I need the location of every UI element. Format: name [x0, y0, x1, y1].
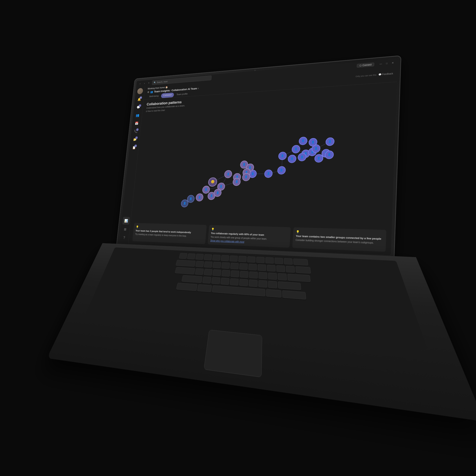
sidebar-item-calls[interactable]: 📞 2: [132, 128, 139, 135]
key[interactable]: [249, 272, 258, 279]
key[interactable]: [221, 278, 229, 285]
key[interactable]: [268, 281, 277, 289]
key[interactable]: [213, 262, 221, 268]
key[interactable]: [268, 272, 277, 280]
key[interactable]: [278, 282, 301, 290]
back-button[interactable]: ‹: [138, 82, 142, 86]
key[interactable]: [284, 258, 292, 265]
key[interactable]: [187, 253, 196, 259]
node-label: 👤: [280, 169, 283, 172]
key[interactable]: [204, 254, 212, 260]
key[interactable]: [204, 261, 213, 268]
key[interactable]: [278, 273, 287, 281]
sidebar-bottom: ⊞ ?: [120, 225, 129, 242]
close-button[interactable]: ✕: [391, 61, 395, 65]
key[interactable]: [265, 257, 274, 264]
key[interactable]: [230, 278, 239, 286]
tab-cohesion[interactable]: Cohesion: [161, 92, 174, 98]
minimize-button[interactable]: —: [378, 62, 383, 66]
sidebar-item-teams[interactable]: 👥: [134, 111, 141, 119]
search-icon: 🔍: [153, 81, 156, 84]
key[interactable]: [286, 266, 295, 273]
key[interactable]: [176, 260, 196, 267]
notes-badge: 12: [134, 144, 137, 147]
key[interactable]: [211, 277, 220, 284]
key[interactable]: [195, 261, 204, 267]
info-icon: ℹ: [146, 110, 147, 113]
sidebar-item-chat[interactable]: 💬 3: [135, 103, 142, 111]
forward-button[interactable]: ›: [142, 81, 147, 85]
key[interactable]: [239, 263, 248, 270]
key[interactable]: [230, 263, 239, 270]
key[interactable]: [248, 264, 257, 271]
node-label: 👤: [290, 157, 294, 161]
key[interactable]: [231, 270, 239, 277]
key[interactable]: [221, 262, 230, 269]
key[interactable]: [212, 270, 221, 276]
key[interactable]: [179, 253, 188, 259]
node-label: 👤: [244, 175, 248, 178]
feedback-button[interactable]: 💬 Feedback: [378, 72, 393, 76]
content-area: Working from home 🏠 ⚙ 👥 Team insights: C…: [128, 66, 397, 255]
key[interactable]: [212, 255, 221, 261]
key[interactable]: [295, 266, 311, 274]
key[interactable]: [176, 283, 197, 291]
sidebar-item-calendar[interactable]: 📅: [133, 119, 140, 127]
new-tab-button[interactable]: +: [147, 81, 151, 85]
node-label: 👤: [189, 197, 193, 200]
sidebar-item-apps[interactable]: ⊞: [121, 225, 129, 233]
key[interactable]: [267, 265, 275, 272]
key[interactable]: [276, 265, 285, 272]
sidebar-item-insights[interactable]: 📊: [122, 217, 130, 225]
sidebar-item-help[interactable]: ?: [120, 234, 128, 242]
avatar-image: [137, 88, 143, 95]
sidebar-item-notes[interactable]: 📋 12: [130, 144, 138, 151]
nav-buttons: ‹ › +: [138, 81, 151, 86]
key[interactable]: [195, 268, 204, 275]
key[interactable]: [221, 270, 230, 277]
sidebar-item-files[interactable]: 📁 1: [131, 136, 138, 143]
key[interactable]: [275, 257, 283, 264]
maximize-button[interactable]: □: [384, 61, 389, 65]
main-content: Collaboration patterns Understand how yo…: [128, 82, 397, 255]
key[interactable]: [266, 289, 282, 298]
connect-button[interactable]: ⬡ Connect: [357, 62, 374, 68]
key[interactable]: [259, 272, 267, 279]
calendar-icon: 📅: [135, 121, 138, 125]
key[interactable]: [229, 255, 238, 262]
trackpad[interactable]: [204, 330, 262, 377]
key[interactable]: [282, 290, 306, 300]
main-layout: 🔔 20 💬 3 👥 📅: [119, 66, 397, 255]
key[interactable]: [256, 257, 265, 263]
key[interactable]: [197, 284, 212, 292]
key[interactable]: [175, 267, 195, 275]
key[interactable]: [293, 259, 308, 266]
key[interactable]: [204, 269, 213, 275]
key[interactable]: [249, 280, 258, 287]
node-label: 👤: [314, 147, 318, 150]
gear-icon: ⚙: [147, 91, 150, 93]
node-label: 👤: [235, 180, 239, 183]
avatar[interactable]: [137, 88, 143, 95]
help-icon: ?: [123, 236, 125, 240]
node-label: 👤: [294, 147, 298, 151]
key[interactable]: [202, 276, 211, 284]
feedback-icon: 💬: [378, 73, 381, 76]
key[interactable]: [238, 256, 247, 262]
key[interactable]: [247, 256, 255, 263]
apps-icon: ⊞: [124, 227, 126, 231]
key[interactable]: [257, 264, 266, 271]
node-label: 👤: [242, 163, 246, 166]
key[interactable]: [221, 255, 229, 261]
key[interactable]: [239, 279, 248, 286]
node-label: 👤: [301, 139, 305, 143]
key[interactable]: [258, 280, 267, 288]
key[interactable]: [181, 275, 203, 283]
key[interactable]: [195, 254, 204, 260]
window-controls: — □ ✕: [378, 61, 395, 66]
sidebar-item-activity[interactable]: 🔔 20: [136, 95, 143, 103]
node-label: 👤: [248, 166, 252, 169]
key[interactable]: [287, 274, 310, 282]
only-you-text: Only you can see this: [356, 74, 376, 77]
key[interactable]: [240, 271, 249, 278]
